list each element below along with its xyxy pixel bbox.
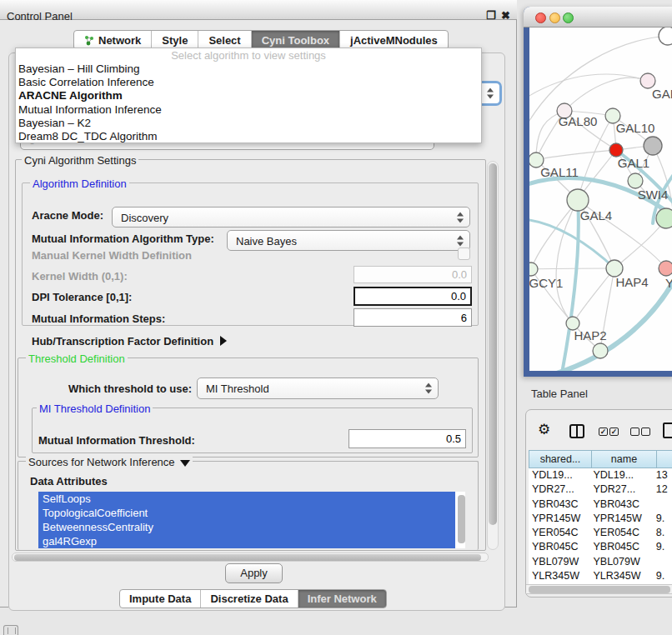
- gear-icon[interactable]: ⚙: [538, 422, 550, 437]
- float-window-icon[interactable]: ❐: [486, 9, 496, 22]
- node-y-partial[interactable]: [659, 261, 672, 276]
- mi-steps-field[interactable]: [354, 308, 472, 327]
- table-row[interactable]: YDR27...YDR27...12: [529, 482, 672, 497]
- attribute-list-item[interactable]: SelfLoops: [38, 492, 455, 506]
- node-gal1[interactable]: [609, 143, 623, 157]
- mi-type-label: Mutual Information Algorithm Type:: [32, 232, 214, 245]
- tab-network[interactable]: Network: [74, 31, 151, 49]
- attribute-list-item[interactable]: TopologicalCoefficient: [38, 506, 455, 520]
- dropdown-item[interactable]: Mutual Information Inference: [16, 103, 481, 117]
- dropdown-item[interactable]: Basic Correlation Inference: [16, 76, 481, 89]
- which-threshold-label: Which threshold to use:: [68, 382, 192, 395]
- node-partial-top[interactable]: [659, 28, 672, 45]
- tab-infer-network[interactable]: Infer Network: [298, 590, 386, 608]
- tab-cyni-toolbox[interactable]: Cyni Toolbox: [251, 31, 339, 49]
- tab-discretize-data[interactable]: Discretize Data: [200, 590, 297, 608]
- table-row[interactable]: YDL19...YDL19...13: [529, 468, 672, 482]
- node-gcy1[interactable]: [529, 262, 538, 276]
- split-columns-icon[interactable]: [569, 424, 584, 438]
- which-threshold-value: MI Threshold: [206, 382, 269, 395]
- network-edge-highlighted: [529, 219, 614, 268]
- unchecked-checkbox-icon[interactable]: [641, 428, 650, 436]
- dropdown-item[interactable]: Bayesian – Hill Climbing: [16, 62, 481, 76]
- dropdown-item[interactable]: ARACNE Algorithm: [16, 89, 481, 102]
- checked-checkbox-icon[interactable]: ✓: [609, 428, 619, 436]
- settings-horizontal-scrollbar-thumb[interactable]: [14, 554, 481, 561]
- checked-checkbox-icon[interactable]: ✓: [599, 428, 608, 436]
- which-threshold-combo[interactable]: MI Threshold: [197, 378, 439, 399]
- table-header-row: shared...name: [529, 450, 672, 468]
- settings-group-title: Cyni Algorithm Settings: [22, 154, 138, 167]
- collapse-arrow-icon[interactable]: [180, 460, 190, 467]
- node-green-right[interactable]: [656, 208, 672, 228]
- tab-impute-data[interactable]: Impute Data: [120, 590, 200, 608]
- mac-close-icon[interactable]: [535, 12, 546, 23]
- attribute-list-item[interactable]: BetweennessCentrality: [38, 520, 455, 534]
- attribute-list-item[interactable]: gal4RGexp: [38, 534, 455, 548]
- table-cell: YBR045C: [529, 540, 589, 554]
- node-swi4[interactable]: [628, 173, 643, 188]
- grid-icon[interactable]: [3, 625, 18, 635]
- unchecked-checkbox-icon[interactable]: [630, 428, 639, 436]
- tab-select[interactable]: Select: [198, 31, 250, 49]
- table-cell: YDL19...: [529, 468, 589, 482]
- table-row[interactable]: YBR045CYBR045C9.: [529, 540, 672, 554]
- network-canvas[interactable]: GALGAL80GAL10GAL1GAL11SWI4GAL4GCY1HAP4YH…: [529, 28, 672, 371]
- table-row[interactable]: YLR345WYLR345W9.: [529, 569, 672, 583]
- mac-zoom-icon[interactable]: [563, 12, 574, 23]
- table-row[interactable]: YBL079WYBL079W: [529, 555, 672, 569]
- manual-kernel-checkbox[interactable]: [458, 248, 470, 260]
- node-partial-bottom[interactable]: [593, 343, 608, 358]
- document-icon[interactable]: [663, 422, 672, 438]
- mi-threshold-field[interactable]: [349, 429, 466, 448]
- node-swi4-label: SWI4: [638, 188, 669, 202]
- tab-jactivemnodules[interactable]: jActiveMNodules: [339, 31, 448, 49]
- dpi-tolerance-label: DPI Tolerance [0,1]:: [32, 291, 132, 303]
- table-cell: YER054C: [589, 526, 652, 540]
- node-gal10-label: GAL10: [616, 121, 655, 135]
- close-window-icon[interactable]: ✖: [501, 9, 510, 22]
- hub-section-header[interactable]: Hub/Transcription Factor Definition: [32, 335, 227, 348]
- mac-minimize-icon[interactable]: [549, 12, 560, 23]
- table-cell: YER054C: [529, 526, 589, 540]
- sources-group-title: Sources for Network Inference: [28, 456, 175, 468]
- table-panel-title: Table Panel: [531, 388, 588, 400]
- node-gray[interactable]: [644, 137, 662, 155]
- table-row[interactable]: YPR145WYPR145W9.: [529, 512, 672, 526]
- column-header[interactable]: [657, 450, 672, 468]
- table-horizontal-scrollbar-thumb[interactable]: [529, 586, 670, 593]
- column-header[interactable]: name: [592, 450, 657, 468]
- sources-group-header[interactable]: Sources for Network Inference: [26, 456, 193, 468]
- aracne-mode-combo[interactable]: Discovery: [112, 207, 470, 228]
- tab-style[interactable]: Style: [151, 31, 198, 49]
- settings-vertical-scrollbar-thumb[interactable]: [489, 163, 497, 525]
- data-attributes-list: SelfLoopsTopologicalCoefficientBetweenne…: [38, 492, 465, 548]
- table-cell: YBR043C: [589, 498, 652, 512]
- table-cell: YBR045C: [589, 540, 652, 554]
- dropdown-placeholder: Select algorithm to view settings: [16, 48, 481, 62]
- table-cell: [653, 498, 672, 512]
- table-row[interactable]: YBR043CYBR043C: [529, 498, 672, 512]
- dropdown-item[interactable]: Dream8 DC_TDC Algorithm: [16, 130, 481, 143]
- table-cell: YLR345W: [529, 569, 589, 583]
- table-row[interactable]: YER054CYER054C8.: [529, 526, 672, 540]
- column-header[interactable]: shared...: [529, 450, 592, 468]
- list-scrollbar-thumb[interactable]: [458, 495, 465, 543]
- expand-arrow-icon[interactable]: [220, 336, 227, 346]
- network-edge: [564, 78, 648, 111]
- node-gcy1-label: GCY1: [529, 276, 563, 290]
- table-cell: 13: [653, 468, 672, 482]
- table-cell: 9.: [653, 512, 672, 526]
- dpi-tolerance-field[interactable]: [354, 287, 472, 306]
- table-cell: YBL079W: [529, 555, 589, 569]
- aracne-mode-label: Aracne Mode:: [32, 209, 103, 222]
- apply-button[interactable]: Apply: [225, 563, 283, 583]
- dropdown-item[interactable]: Bayesian – K2: [16, 117, 481, 130]
- kernel-width-field[interactable]: [354, 266, 472, 283]
- node-hap4[interactable]: [606, 260, 623, 277]
- mi-type-combo[interactable]: Naive Bayes: [227, 230, 470, 251]
- node-y-partial-label: Y: [665, 276, 672, 290]
- table-cell: YPR145W: [589, 512, 652, 526]
- mi-threshold-label: Mutual Information Threshold:: [38, 434, 195, 447]
- table-cell: [653, 555, 672, 569]
